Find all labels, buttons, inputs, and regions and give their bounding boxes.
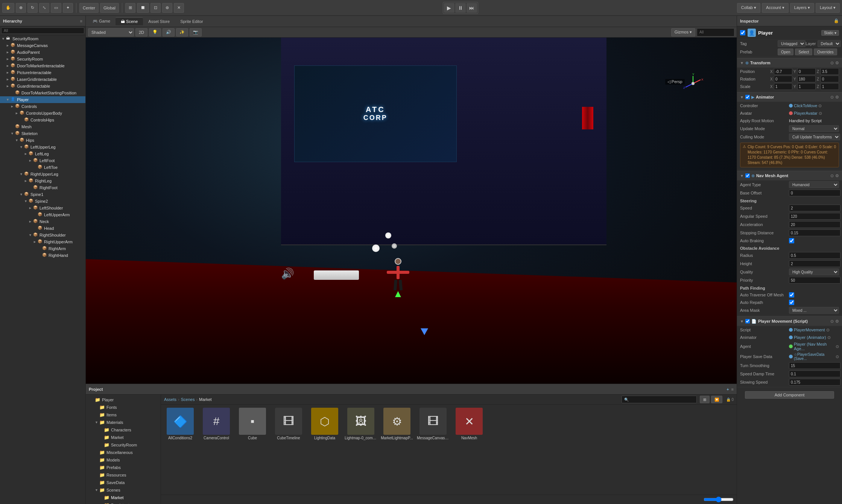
hierarchy-item-2[interactable]: ► 📦 MessageCanvas: [0, 42, 85, 49]
pos-z-input[interactable]: [821, 68, 839, 75]
static-btn[interactable]: Static ▾: [821, 30, 839, 36]
pos-x-input[interactable]: [774, 68, 792, 75]
prefab-open-btn[interactable]: Open: [778, 49, 793, 55]
hierarchy-item-5[interactable]: ► 📦 DoorToMarketInteractable: [0, 62, 85, 69]
asset-item-8[interactable]: ✕ NavMesh: [453, 408, 485, 440]
project-add-btn[interactable]: +: [726, 387, 729, 392]
transform-tool-btn[interactable]: ✦: [63, 3, 73, 13]
step-btn[interactable]: ⏭: [467, 3, 477, 13]
hierarchy-item-4[interactable]: ► 📦 SecurityRoom: [0, 56, 85, 62]
project-tree-item-8[interactable]: 📁 Models: [86, 456, 161, 464]
breadcrumb-scenes[interactable]: Scenes: [181, 397, 195, 402]
scale-z-input[interactable]: [821, 83, 839, 90]
fx-btn[interactable]: ✨: [176, 28, 188, 36]
project-tree-item-1[interactable]: 📁 Fonts: [86, 404, 161, 411]
prefab-select-btn[interactable]: Select: [795, 49, 812, 55]
agent-type-select[interactable]: Humanoid: [789, 181, 839, 188]
center-btn[interactable]: Center: [79, 3, 99, 13]
hierarchy-item-28[interactable]: ► 📦 Neck: [0, 218, 85, 225]
radius-input[interactable]: [789, 252, 840, 259]
2d-btn[interactable]: 2D: [135, 28, 147, 36]
scale-x-input[interactable]: [774, 83, 792, 90]
angular-speed-input[interactable]: [789, 213, 840, 220]
snap-btn[interactable]: 🔲: [137, 3, 149, 13]
hierarchy-item-18[interactable]: ► 📦 LeftLeg: [0, 150, 85, 157]
project-tree-item-2[interactable]: 📁 Items: [86, 411, 161, 419]
transform-ref-icon[interactable]: ⊙: [830, 61, 834, 65]
project-tree-item-9[interactable]: 📁 Prefabs: [86, 464, 161, 471]
speed-damp-time-input[interactable]: [789, 370, 840, 377]
extra-btn[interactable]: ⊛: [162, 3, 172, 13]
project-tree-item-14[interactable]: 📁 Persistent: [86, 501, 161, 504]
rot-x-input[interactable]: [774, 76, 792, 82]
rect-tool-btn[interactable]: ▭: [51, 3, 61, 13]
asset-item-3[interactable]: 🎞 CubeTimeline: [272, 408, 305, 440]
stopping-distance-input[interactable]: [789, 229, 840, 236]
project-tree-item-7[interactable]: 📁 Miscellaneous: [86, 449, 161, 456]
hierarchy-item-11[interactable]: ► 📦 Controls: [0, 103, 85, 110]
tab-sprite-editor[interactable]: Sprite Editor: [175, 18, 208, 25]
hierarchy-item-27[interactable]: 📦 LeftUpperArm: [0, 211, 85, 218]
asset-item-6[interactable]: ⚙ MarketLightmapP...: [381, 408, 413, 440]
pm-animator-link-btn[interactable]: ⊙: [827, 335, 831, 340]
inspector-lock-icon[interactable]: 🔒: [834, 18, 839, 23]
navmesh-enabled-checkbox[interactable]: [745, 173, 750, 178]
hierarchy-item-1[interactable]: ▼ 🏔 SecurityRoom: [0, 35, 85, 42]
asset-item-1[interactable]: # CameraControl: [200, 408, 233, 440]
add-component-btn[interactable]: Add Component: [745, 391, 834, 399]
hierarchy-item-6[interactable]: ► 📦 PictureInteractable: [0, 69, 85, 76]
hierarchy-item-29[interactable]: 📦 Head: [0, 225, 85, 232]
hierarchy-item-26[interactable]: ► 📦 LeftShoulder: [0, 205, 85, 211]
rot-y-input[interactable]: [797, 76, 816, 82]
height-input[interactable]: [789, 260, 840, 267]
extra2-btn[interactable]: ✕: [174, 3, 184, 13]
hierarchy-item-13[interactable]: 📦 ControlsHips: [0, 117, 85, 123]
collab-btn[interactable]: Collab ▾: [737, 3, 760, 13]
scale-tool-btn[interactable]: ⤡: [39, 3, 49, 13]
update-mode-select[interactable]: Normal Animate Physics Unscaled Time: [789, 125, 839, 132]
hierarchy-item-3[interactable]: ► 📦 AudioParent: [0, 49, 85, 56]
hierarchy-item-16[interactable]: ▼ 📦 Hips: [0, 137, 85, 144]
player-movement-ref-icon[interactable]: ⊙: [830, 319, 834, 324]
culling-mode-select[interactable]: Cull Update Transforms Always Animate Cu…: [789, 134, 840, 140]
slowing-speed-input[interactable]: [789, 379, 840, 386]
hierarchy-search[interactable]: [0, 26, 85, 35]
hierarchy-menu-icon[interactable]: ≡: [80, 19, 82, 23]
auto-repath-checkbox[interactable]: [789, 300, 794, 305]
project-tree-item-6[interactable]: 📁 SecurityRoom: [86, 441, 161, 449]
hierarchy-item-9[interactable]: 📦 DoorToMarketStartingPosition: [0, 90, 85, 96]
hierarchy-item-10[interactable]: ▼ 👤 Player: [0, 96, 85, 103]
hierarchy-item-33[interactable]: 📦 RightHand: [0, 252, 85, 259]
project-tree-item-11[interactable]: 📁 SaveData: [86, 479, 161, 486]
save-data-link-btn[interactable]: ⊙: [836, 354, 839, 359]
asset-item-7[interactable]: 🎞 MessageCanvasT...: [417, 408, 449, 440]
hierarchy-item-7[interactable]: ► 📦 LaserGridInteractable: [0, 76, 85, 83]
hierarchy-item-15[interactable]: ▼ 📦 Skeleton: [0, 130, 85, 137]
animator-enabled-checkbox[interactable]: [745, 95, 750, 99]
tag-select[interactable]: Untagged: [778, 40, 806, 47]
rot-z-input[interactable]: [821, 76, 839, 82]
hierarchy-item-19[interactable]: ► 📦 LeftFoot: [0, 157, 85, 164]
hand-tool-btn[interactable]: ✋: [2, 3, 14, 13]
scene-cam-btn[interactable]: 📷: [190, 28, 202, 36]
quality-select[interactable]: High Quality Medium Quality Low Quality …: [789, 269, 839, 275]
asset-item-2[interactable]: ▪ Cube: [236, 408, 269, 440]
animator-settings-icon[interactable]: ⚙: [835, 95, 839, 100]
avatar-link-btn[interactable]: ⊙: [819, 111, 822, 116]
audio-btn[interactable]: 🔊: [163, 28, 175, 36]
navmesh-settings-icon[interactable]: ⚙: [835, 173, 839, 178]
hierarchy-item-25[interactable]: ▼ 📦 Spine2: [0, 198, 85, 205]
tab-game[interactable]: 🎮 Game: [87, 17, 116, 25]
obj-active-checkbox[interactable]: [740, 30, 745, 35]
animator-ref-icon[interactable]: ⊙: [830, 95, 834, 100]
asset-filter-btn[interactable]: 🔽: [711, 396, 722, 403]
hierarchy-item-32[interactable]: 📦 RightArm: [0, 245, 85, 252]
project-tree-item-10[interactable]: 📁 Resources: [86, 471, 161, 479]
pm-agent-link-btn[interactable]: ⊙: [836, 344, 839, 349]
animator-component-header[interactable]: ▼ ▶ Animator ⊙ ⚙: [737, 92, 842, 102]
zoom-slider[interactable]: [704, 496, 734, 502]
shading-select[interactable]: Shaded Wireframe Shaded Wireframe: [88, 28, 134, 36]
speed-input[interactable]: [789, 205, 840, 211]
priority-input[interactable]: [789, 277, 840, 284]
pause-btn[interactable]: ⏸: [455, 3, 466, 13]
